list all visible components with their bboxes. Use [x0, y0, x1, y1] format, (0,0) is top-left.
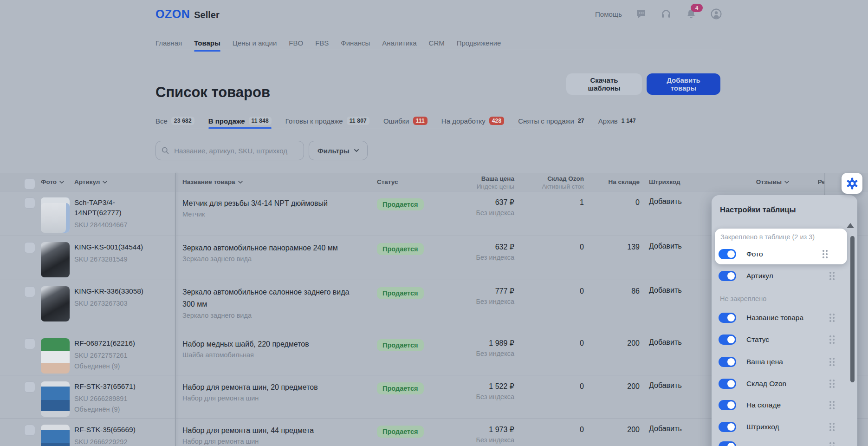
nav-item-finance[interactable]: Финансы	[341, 39, 370, 51]
product-sku: SKU 2673267303	[74, 300, 175, 307]
add-barcode-link[interactable]: Добавить	[649, 197, 682, 205]
scroll-up-arrow-icon[interactable]	[847, 223, 854, 228]
support-headset-icon[interactable]	[660, 8, 672, 20]
table-settings-button[interactable]	[842, 173, 862, 194]
add-barcode-link[interactable]: Добавить	[649, 425, 682, 433]
add-products-button[interactable]: Добавить товары	[647, 73, 720, 95]
tab-archive[interactable]: Архив1 147	[598, 114, 636, 127]
product-photo[interactable]	[41, 381, 70, 417]
drag-handle-icon[interactable]	[829, 442, 835, 446]
chat-icon[interactable]	[635, 8, 647, 20]
ozon-seller-logo[interactable]: OZON Seller	[155, 7, 220, 21]
toggle-switch[interactable]	[719, 400, 736, 410]
drag-handle-icon[interactable]	[823, 250, 828, 258]
tab-ready-for-sale[interactable]: Готовы к продаже11 807	[285, 114, 369, 127]
product-article[interactable]: KING-KS-001(34544)	[74, 242, 175, 252]
search-input[interactable]	[173, 146, 298, 155]
row-checkbox[interactable]	[24, 425, 35, 436]
add-barcode-link[interactable]: Добавить	[649, 338, 682, 346]
toggle-label: Фото	[746, 250, 763, 258]
product-article[interactable]: RF-STK-37(65671)	[74, 381, 175, 392]
nav-item-products[interactable]: Товары	[194, 39, 220, 51]
column-header-photo[interactable]: Фото	[41, 173, 70, 185]
drag-handle-icon[interactable]	[829, 380, 835, 388]
column-header-reviews[interactable]: Отзывы	[719, 173, 789, 185]
tab-rework[interactable]: На доработку428	[441, 114, 504, 127]
add-barcode-link[interactable]: Добавить	[649, 242, 682, 250]
tab-on-sale[interactable]: В продаже11 848	[208, 114, 272, 127]
toggle-switch[interactable]	[719, 313, 736, 323]
drag-handle-icon[interactable]	[829, 314, 835, 322]
column-header-article[interactable]: Артикул	[74, 173, 175, 185]
product-photo[interactable]	[41, 286, 70, 321]
toggle-switch[interactable]	[719, 422, 736, 432]
help-link[interactable]: Помощь	[595, 10, 622, 18]
drag-handle-icon[interactable]	[829, 335, 835, 344]
product-name[interactable]: Набор для ремонта шин, 20 предметов	[182, 381, 361, 394]
toggle-switch[interactable]	[719, 271, 736, 281]
drag-handle-icon[interactable]	[829, 423, 835, 431]
row-checkbox[interactable]	[24, 197, 35, 209]
tab-removed[interactable]: Сняты с продажи27	[518, 114, 584, 127]
tab-errors[interactable]: Ошибки111	[383, 114, 428, 127]
row-checkbox[interactable]	[24, 286, 35, 297]
product-photo[interactable]	[41, 425, 70, 446]
product-photo[interactable]	[41, 197, 70, 233]
toggle-switch[interactable]	[719, 334, 736, 345]
product-name[interactable]: Набор для ремонта шин, 44 предмета	[182, 425, 361, 437]
row-checkbox[interactable]	[24, 338, 35, 349]
nav-item-fbo[interactable]: FBO	[289, 39, 303, 51]
product-price: 632 ₽	[432, 242, 514, 252]
drag-handle-icon[interactable]	[829, 272, 835, 280]
product-name[interactable]: Набор медных шайб, 220 предметов	[182, 338, 361, 350]
product-photo[interactable]	[41, 242, 70, 277]
nav-item-prices[interactable]: Цены и акции	[233, 39, 277, 51]
product-category: Шайба автомобильная	[182, 351, 371, 359]
product-article[interactable]: RF-068721(62216)	[74, 338, 175, 348]
drag-handle-icon[interactable]	[829, 401, 835, 409]
product-photo[interactable]	[41, 338, 70, 374]
toggle-switch[interactable]	[719, 441, 736, 446]
nav-item-analytics[interactable]: Аналитика	[382, 39, 416, 51]
search-icon	[162, 146, 169, 155]
product-sku: SKU 2673281549	[74, 256, 175, 263]
column-header-name[interactable]: Название товара	[182, 173, 371, 185]
tab-count-error: 428	[489, 117, 505, 125]
nav-item-crm[interactable]: CRM	[429, 39, 445, 51]
product-article[interactable]: Sch-TAP3/4-14NPT(62777)	[74, 197, 129, 218]
drag-handle-icon[interactable]	[829, 358, 835, 366]
toggle-label: Ваша цена	[746, 358, 783, 366]
tab-label: Сняты с продажи	[518, 117, 574, 125]
tab-label: Ошибки	[383, 117, 409, 125]
product-name[interactable]: Зеркало автомобильное салонное заднего в…	[182, 286, 361, 311]
nav-item-fbs[interactable]: FBS	[315, 39, 329, 51]
tab-count: 23 682	[171, 117, 194, 125]
ozon-stock-value: 0	[580, 426, 584, 433]
toggle-label: Название товара	[746, 314, 803, 322]
panel-scrollbar[interactable]	[850, 236, 855, 382]
row-checkbox[interactable]	[24, 381, 35, 393]
status-badge: Продается	[377, 382, 424, 394]
column-toggle-row: Штрихкод	[719, 422, 835, 432]
tab-all[interactable]: Все23 682	[155, 114, 194, 127]
toggle-switch[interactable]	[719, 249, 736, 259]
product-name[interactable]: Зеркало автомобильное панорамное 240 мм	[182, 242, 361, 254]
download-templates-button[interactable]: Скачать шаблоны	[566, 73, 642, 95]
product-name[interactable]: Метчик для резьбы 3/4-14 NPT дюймовый	[182, 197, 361, 210]
add-barcode-link[interactable]: Добавить	[649, 286, 682, 294]
notifications-bell-icon[interactable]: 4	[685, 8, 697, 20]
tab-count: 11 848	[249, 117, 272, 125]
profile-avatar-icon[interactable]	[710, 8, 722, 20]
product-article[interactable]: RF-STK-35(65669)	[74, 425, 175, 435]
filters-button[interactable]: Фильтры	[309, 141, 368, 160]
select-all-checkbox[interactable]	[24, 178, 35, 190]
status-badge: Продается	[377, 426, 424, 438]
add-barcode-link[interactable]: Добавить	[649, 381, 682, 389]
nav-item-promotion[interactable]: Продвижение	[457, 39, 501, 51]
row-checkbox[interactable]	[24, 242, 35, 253]
toggle-switch[interactable]	[719, 379, 736, 389]
product-article[interactable]: KING-KR-336(33058)	[74, 286, 175, 296]
toggle-switch[interactable]	[719, 357, 736, 367]
nav-item-home[interactable]: Главная	[155, 39, 182, 51]
product-price: 777 ₽	[432, 286, 514, 296]
